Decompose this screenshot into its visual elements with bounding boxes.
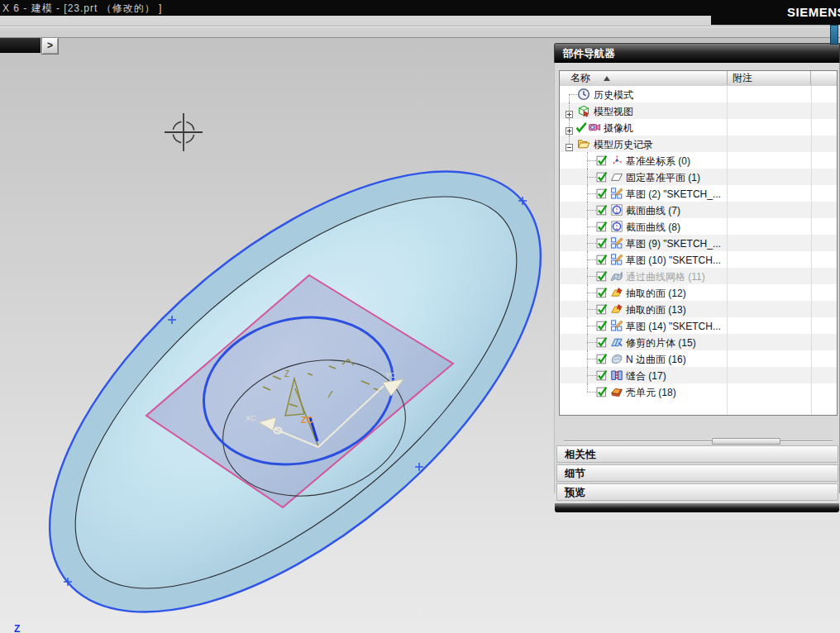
tree-item-sketch-10[interactable]: 草图 (10) "SKETCH... [560, 251, 837, 268]
tree-item-label: 草图 (9) "SKETCH_... [626, 237, 721, 251]
face-icon [610, 286, 623, 299]
tree-item-through-curve-mesh[interactable]: 通过曲线网格 (11) [560, 268, 837, 284]
docked-panel-tab[interactable] [830, 25, 838, 45]
tree-guide [587, 375, 596, 376]
siemens-logo-text: SIEMENS [787, 0, 840, 25]
tree-item-label: 基准坐标系 (0) [626, 155, 690, 169]
checkbox[interactable] [596, 171, 608, 183]
section-details[interactable]: 细节 [556, 464, 838, 482]
column-separator[interactable] [727, 86, 728, 415]
column-header-extra[interactable] [812, 71, 837, 85]
tree-guide [587, 342, 596, 343]
tree-item-trimmed-sheet[interactable]: 修剪的片体 (15) [560, 334, 837, 350]
tree-item-label: 草图 (10) "SKETCH... [626, 254, 721, 268]
tree-item-label: 截面曲线 (7) [626, 204, 680, 218]
checkbox[interactable] [596, 237, 608, 249]
plane-icon [610, 170, 623, 183]
checkbox[interactable] [596, 270, 608, 282]
tree-item-label: 缝合 (17) [626, 369, 666, 383]
checkbox[interactable] [596, 369, 608, 381]
tree-item-sketch-9[interactable]: 草图 (9) "SKETCH_... [560, 235, 837, 251]
tree-item-sew[interactable]: 缝合 (17) [560, 367, 837, 383]
tree-item-n-sided-surface[interactable]: N 边曲面 (16) [560, 350, 837, 367]
tree-guide [587, 359, 596, 359]
column-name-label: 名称 [570, 72, 590, 83]
tree-item-cameras[interactable]: 摄像机 [560, 119, 837, 136]
tree-item-sketch-14[interactable]: 草图 (14) "SKETCH... [560, 317, 837, 334]
part-navigator-panel: 部件导航器 名称 附注 历史模式模型视图摄像机模型历史记录基准坐标系 (0)固定… [554, 43, 840, 493]
checkbox[interactable] [596, 303, 608, 315]
expand-icon[interactable] [566, 123, 573, 131]
tree-guide [587, 160, 596, 161]
column-note-label: 附注 [733, 72, 752, 83]
tree-item-label: 固定基准平面 (1) [626, 171, 700, 185]
tree-guide [587, 259, 596, 260]
tree-item-section-curve-8[interactable]: 截面曲线 (8) [560, 218, 837, 235]
tree-item-fixed-datum-plane[interactable]: 固定基准平面 (1) [560, 169, 837, 185]
clock-icon [577, 88, 590, 101]
tree-rows: 历史模式模型视图摄像机模型历史记录基准坐标系 (0)固定基准平面 (1)草图 (… [560, 86, 837, 415]
tree-item-label: N 边曲面 (16) [626, 353, 686, 367]
checkbox[interactable] [596, 336, 608, 348]
tree-item-extracted-face-12[interactable]: 抽取的面 (12) [560, 284, 837, 301]
tree-item-sketch-2[interactable]: 草图 (2) "SKETCH_... [560, 185, 837, 202]
shell-icon [610, 385, 623, 398]
checkbox[interactable] [596, 204, 608, 216]
nside-icon [610, 352, 623, 365]
sketch-icon [610, 236, 623, 250]
tree-item-label: 模型历史记录 [594, 138, 653, 152]
tree-guide [587, 210, 596, 211]
tree-guide [587, 309, 596, 310]
siemens-logo: SIEMENS [711, 0, 840, 25]
panel-title[interactable]: 部件导航器 [554, 43, 840, 63]
tree-column-headers: 名称 附注 [560, 71, 837, 87]
checkbox[interactable] [596, 221, 608, 232]
tree-item-model-history[interactable]: 模型历史记录 [560, 136, 837, 152]
tree-item-section-curve-7[interactable]: 截面曲线 (7) [560, 202, 837, 218]
expand-toolbar-button[interactable]: > [41, 37, 59, 55]
checkbox[interactable] [596, 386, 608, 397]
tree-guide [587, 193, 596, 194]
section-dependencies[interactable]: 相关性 [556, 445, 838, 463]
tree-item-model-views[interactable]: 模型视图 [560, 102, 837, 119]
checkbox[interactable] [596, 320, 608, 331]
section-icon [610, 203, 623, 217]
sketch-icon [610, 187, 623, 200]
collapse-icon[interactable] [566, 140, 573, 147]
tree-item-history-mode[interactable]: 历史模式 [560, 86, 837, 102]
checkbox[interactable] [596, 353, 608, 364]
tree-guide [587, 392, 596, 393]
mesh-icon [610, 269, 623, 283]
tree-item-datum-csys[interactable]: 基准坐标系 (0) [560, 152, 837, 169]
navigator-tree: 名称 附注 历史模式模型视图摄像机模型历史记录基准坐标系 (0)固定基准平面 (… [559, 70, 838, 416]
tree-guide [587, 243, 596, 244]
checkbox[interactable] [596, 188, 608, 199]
checkbox[interactable] [596, 155, 608, 166]
sort-ascending-icon [604, 76, 610, 81]
tree-guide [587, 276, 596, 277]
tree-item-label: 抽取的面 (12) [626, 287, 686, 301]
column-header-note[interactable]: 附注 [728, 71, 811, 85]
camera-icon [588, 121, 601, 134]
tree-item-label: 模型视图 [594, 105, 633, 119]
section-preview[interactable]: 预览 [556, 483, 838, 501]
checkbox[interactable] [596, 254, 608, 265]
horizontal-scrollbar[interactable] [559, 438, 838, 445]
expand-icon[interactable] [566, 107, 573, 114]
tree-item-shell-unit[interactable]: 壳单元 (18) [560, 383, 837, 400]
tree-guide [569, 94, 570, 102]
folder-icon [577, 137, 590, 150]
column-separator[interactable] [811, 86, 812, 415]
corner-axis-label: Z [14, 623, 20, 633]
scrollbar-thumb[interactable] [712, 438, 780, 445]
tree-item-label: 修剪的片体 (15) [626, 336, 696, 350]
tree-item-extracted-face-13[interactable]: 抽取的面 (13) [560, 301, 837, 317]
column-header-name[interactable]: 名称 [560, 71, 728, 85]
toolbar-divider-highlight [0, 26, 840, 27]
panel-resize-edge[interactable] [555, 503, 839, 512]
sketch-icon [610, 319, 623, 332]
sketch-icon [610, 253, 623, 266]
checkbox[interactable] [596, 287, 608, 298]
tree-item-label: 摄像机 [604, 121, 633, 136]
tree-item-label: 通过曲线网格 (11) [626, 270, 705, 284]
